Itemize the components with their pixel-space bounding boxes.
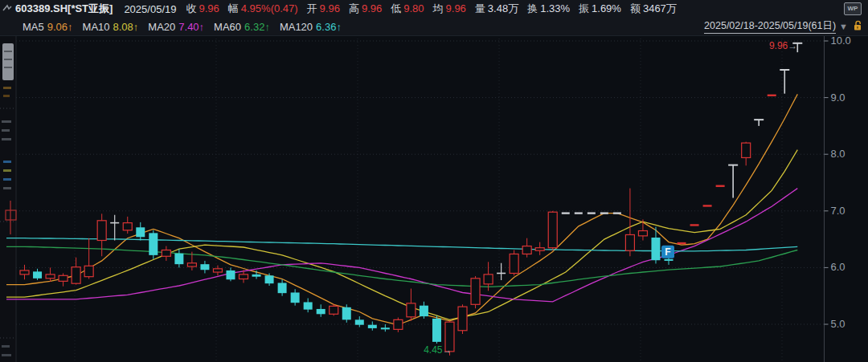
quote-field-6: 量3.48万	[475, 2, 518, 14]
ma-value: 7.40↑	[178, 21, 204, 33]
candle-04-22	[588, 212, 596, 214]
ma-legend-ma120: MA1206.36↑	[280, 21, 342, 33]
quote-field-value: 1.33%	[540, 2, 570, 14]
quote-field-5: 均9.96	[433, 2, 466, 14]
candle-04-14	[510, 250, 518, 276]
date-range-selector[interactable]: 2025/02/18-2025/05/19(61日)	[704, 19, 836, 34]
quote-field-4: 低9.80	[391, 2, 424, 14]
quote-date: 2025/05/19	[124, 3, 176, 15]
quote-field-label: 开	[307, 2, 317, 14]
candle-05-09	[716, 185, 725, 187]
ma-value: 6.32↑	[244, 21, 270, 33]
candle-05-06	[678, 242, 686, 244]
ma-legend-items: MA59.06↑MA108.08↑MA207.40↑MA606.32↑MA120…	[23, 21, 351, 33]
quote-field-label: 振	[579, 2, 589, 14]
y-axis-label: 10.0	[831, 35, 851, 47]
ma-legend-ma10: MA108.08↑	[83, 21, 139, 33]
candle-04-23	[600, 212, 608, 214]
ma-label: MA20	[148, 21, 175, 33]
app-logo-icon	[2, 3, 13, 14]
quote-field-label: 幅	[228, 2, 239, 14]
ma-legend-bar: MA59.06↑MA108.08↑MA207.40↑MA606.32↑MA120…	[0, 18, 868, 36]
candle-05-07	[690, 224, 699, 226]
quote-field-label: 高	[349, 2, 359, 14]
candle-04-24	[613, 212, 621, 214]
quote-field-value: 9.96	[446, 2, 466, 14]
quote-field-9: 额3467万	[630, 2, 677, 14]
stock-code: 603389.SH[*ST亚振]	[15, 2, 113, 16]
quote-field-value: 9.96	[320, 2, 340, 14]
low-arrow-icon: →	[442, 344, 452, 356]
quote-field-8: 振1.69%	[579, 2, 621, 14]
ma-label: MA10	[83, 21, 110, 33]
quote-field-value: 4.95%(0.47)	[241, 2, 298, 14]
candle-03-04	[149, 230, 158, 259]
quote-field-label: 额	[630, 2, 641, 14]
quote-field-1: 幅4.95%(0.47)	[228, 2, 298, 14]
quote-field-value: 9.96	[199, 2, 219, 14]
quote-field-label: 均	[433, 2, 444, 14]
quote-field-label: 换	[527, 2, 538, 14]
quote-field-3: 高9.96	[349, 2, 382, 14]
candle-05-08	[703, 205, 712, 206]
event-flag-label: F	[665, 246, 670, 258]
candle-04-21	[575, 212, 583, 214]
y-axis-label: 5.0	[831, 318, 845, 330]
ma-label: MA5	[23, 21, 44, 33]
ma-value: 8.08↑	[113, 21, 139, 33]
ma-legend-ma60: MA606.32↑	[214, 21, 270, 33]
quote-header-bar: 603389.SH[*ST亚振] 2025/05/19 收9.96幅4.95%(…	[0, 0, 868, 18]
high-arrow-icon: →	[788, 40, 797, 51]
candle-05-15	[768, 95, 776, 96]
quote-field-value: 1.69%	[592, 2, 621, 14]
candlestick-chart-canvas[interactable]: 10.09.08.07.06.05.04.45→9.96→F	[0, 0, 868, 362]
y-axis-label: 9.0	[831, 92, 845, 104]
candle-04-09	[471, 276, 480, 308]
quote-field-value: 3.48万	[488, 2, 518, 14]
ma-legend-ma5: MA59.06↑	[23, 21, 73, 33]
chevron-down-icon[interactable]: ▼	[839, 22, 848, 31]
quote-field-label: 收	[186, 2, 196, 14]
quote-field-value: 9.96	[362, 2, 382, 14]
ma-label: MA120	[280, 21, 313, 33]
wp-window-icon[interactable]: WP	[844, 2, 862, 15]
candle-04-18	[562, 212, 570, 214]
left-panel-edge	[0, 35, 16, 362]
y-axis-label: 6.0	[831, 261, 845, 273]
y-axis-label: 8.0	[831, 148, 845, 160]
low-price-label: 4.45	[424, 344, 443, 356]
high-price-label: 9.96	[769, 40, 788, 51]
candle-04-03	[432, 315, 441, 344]
unlock-icon[interactable]	[853, 20, 863, 34]
quote-field-label: 量	[475, 2, 485, 14]
stock-chart-window: 10.09.08.07.06.05.04.45→9.96→F 603389.SH…	[0, 0, 868, 362]
quote-field-value: 3467万	[643, 2, 677, 14]
scrollbar-thumb[interactable]	[2, 43, 14, 80]
quote-field-7: 换1.33%	[527, 2, 570, 14]
ma-legend-ma20: MA207.40↑	[148, 21, 204, 33]
quote-field-0: 收9.96	[186, 2, 219, 14]
quote-field-label: 低	[391, 2, 401, 14]
ma-label: MA60	[214, 21, 241, 33]
quote-field-value: 9.80	[403, 2, 424, 14]
candle-04-08	[458, 304, 467, 334]
y-axis-label: 7.0	[831, 205, 845, 217]
ma-value: 6.36↑	[316, 21, 342, 33]
ma-value: 9.06↑	[47, 21, 73, 33]
candle-04-17	[548, 211, 557, 250]
quote-field-2: 开9.96	[307, 2, 340, 14]
quote-fields: 收9.96幅4.95%(0.47)开9.96高9.96低9.80均9.96量3.…	[186, 2, 685, 16]
